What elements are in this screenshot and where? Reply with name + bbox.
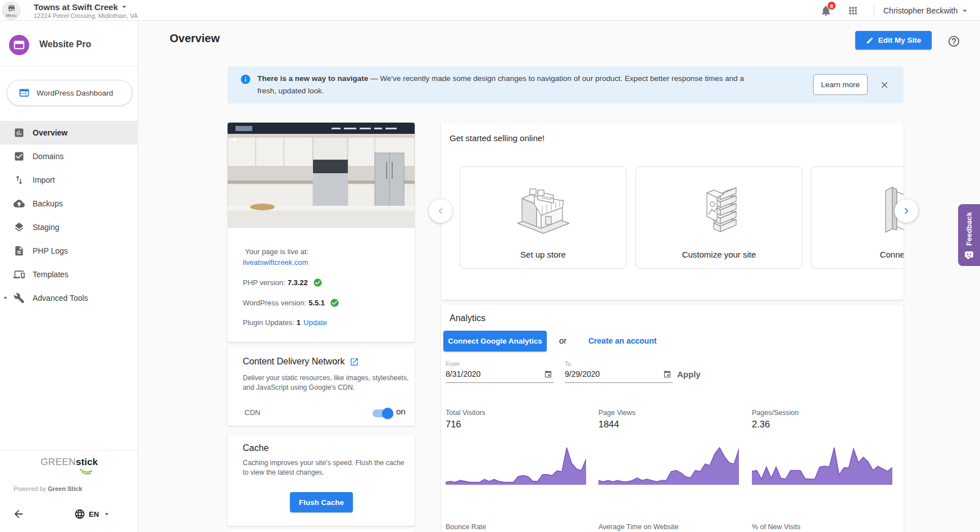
from-date-field[interactable]: From 8/31/2020 — [446, 360, 553, 383]
sidebar-item-advanced-tools[interactable]: ▸ Advanced Tools — [0, 286, 138, 310]
site-preview-image[interactable]: ✱ — [228, 123, 415, 228]
site-layers-illustration — [636, 175, 802, 241]
devices-icon — [13, 269, 25, 280]
cache-card: Cache Caching improves your site's speed… — [228, 435, 415, 526]
apps-grid-icon — [847, 5, 859, 16]
card-label: Connec — [811, 250, 904, 259]
topbar-divider — [874, 4, 874, 17]
info-banner: There is a new way to navigate — We've r… — [228, 66, 904, 103]
expand-arrow-icon[interactable]: ▸ — [4, 294, 7, 300]
logo-text-green: GREEN — [40, 457, 76, 467]
card-label: Customize your site — [636, 250, 802, 259]
sidebar-item-staging[interactable]: Staging — [0, 215, 138, 239]
website-pro-logo — [9, 35, 29, 55]
next-card-edge — [228, 529, 415, 532]
card-customize-your-site[interactable]: Customize your site — [636, 166, 802, 269]
create-account-link[interactable]: Create an account — [588, 336, 656, 345]
stat-label-page-views: Page Views — [598, 409, 636, 417]
to-label: To — [565, 360, 673, 367]
menu-button[interactable]: Menu — [2, 1, 21, 20]
close-icon[interactable] — [879, 80, 890, 90]
language-selector[interactable]: EN — [74, 508, 111, 520]
site-url-link[interactable]: liveatswiftcreek.com — [243, 258, 308, 267]
php-label: PHP version: — [243, 278, 285, 287]
cdn-toggle[interactable] — [373, 409, 392, 417]
menu-label: Menu — [6, 13, 17, 18]
or-text: or — [559, 336, 566, 345]
help-button[interactable] — [947, 35, 960, 48]
card-set-up-store[interactable]: SHOP Set up store — [460, 166, 627, 269]
wordpress-dashboard-button[interactable]: WordPress Dashboard — [7, 80, 133, 106]
calendar-icon[interactable] — [544, 370, 552, 378]
account-name: Towns at Swift Creek — [34, 2, 118, 12]
live-url-row: liveatswiftcreek.com — [243, 258, 308, 267]
layers-icon — [13, 222, 25, 233]
cloud-upload-icon — [13, 198, 25, 209]
globe-icon — [74, 508, 85, 520]
sidebar-item-label: PHP Logs — [33, 246, 68, 255]
back-arrow-button[interactable] — [12, 508, 25, 520]
sidebar-item-php-logs[interactable]: PHP Logs — [0, 239, 138, 263]
selling-title: Get started selling online! — [450, 133, 545, 143]
wordpress-dashboard-label: WordPress Dashboard — [37, 89, 113, 97]
dashboard-icon — [19, 87, 30, 98]
flush-cache-button[interactable]: Flush Cache — [290, 492, 353, 512]
storefront-icon — [7, 4, 16, 12]
plugin-update-link[interactable]: Update — [303, 318, 327, 327]
connect-google-analytics-button[interactable]: Connect Google Analytics — [443, 331, 547, 351]
php-version-row: PHP version:7.3.22 — [243, 278, 323, 287]
chat-bot-icon — [964, 250, 974, 259]
card-label: Set up store — [460, 250, 626, 259]
feedback-tab[interactable]: Feedback — [958, 204, 980, 266]
cache-title: Cache — [243, 443, 269, 453]
sidebar-item-label: Staging — [33, 223, 59, 232]
learn-more-button[interactable]: Learn more — [813, 74, 868, 95]
calendar-icon[interactable] — [663, 370, 672, 378]
cdn-title: Content Delivery Network — [243, 357, 344, 367]
chevron-down-icon — [102, 510, 111, 519]
apps-grid-button[interactable] — [847, 5, 859, 16]
edit-my-site-button[interactable]: Edit My Site — [855, 31, 932, 49]
to-value: 9/29/2020 — [565, 369, 673, 378]
from-label: From — [446, 360, 553, 367]
sidebar-item-label: Overview — [33, 128, 67, 137]
apply-button[interactable]: Apply — [677, 369, 701, 379]
chevron-down-icon — [119, 2, 129, 12]
user-menu[interactable]: Christopher Beckwith — [883, 0, 970, 21]
toggle-knob — [382, 408, 393, 419]
sidebar-item-domains[interactable]: Domains — [0, 145, 138, 168]
banner-text: There is a new way to navigate — We've r… — [257, 73, 752, 97]
document-icon — [13, 245, 25, 256]
stat-value-total-visitors: 716 — [446, 419, 461, 430]
php-version-value: 7.3.22 — [288, 278, 308, 287]
analytics-title: Analytics — [450, 313, 486, 323]
to-date-field[interactable]: To 9/29/2020 — [565, 360, 673, 383]
import-export-icon — [13, 174, 25, 186]
pages-session-chart — [752, 444, 892, 485]
card-connect[interactable]: Connec — [811, 166, 904, 269]
carousel-next-button[interactable] — [895, 199, 918, 223]
svg-text:✱: ✱ — [232, 137, 237, 143]
cache-description: Caching improves your site's speed. Flus… — [243, 458, 407, 477]
stat-label-bounce-rate: Bounce Rate — [446, 523, 486, 531]
sidebar-item-templates[interactable]: Templates — [0, 263, 138, 286]
website-pro-dashboard: Menu Towns at Swift Creek 12224 Petrel C… — [0, 0, 980, 532]
green-squiggle — [78, 468, 94, 475]
account-switcher[interactable]: Towns at Swift Creek 12224 Petrel Crossi… — [34, 2, 138, 19]
plugin-label: Plugin Updates: — [243, 318, 294, 327]
sidebar-item-import[interactable]: Import — [0, 168, 138, 192]
stat-label-pages-session: Pages/Session — [752, 409, 798, 417]
open-in-new-icon[interactable] — [350, 357, 359, 367]
stat-value-pages-session: 2.36 — [752, 419, 770, 430]
sidebar: Website Pro WordPress Dashboard Overview… — [0, 21, 138, 532]
chevron-left-icon — [434, 205, 447, 217]
plugin-updates-row: Plugin Updates:1 Update — [243, 318, 327, 327]
sidebar-item-overview[interactable]: Overview — [0, 121, 138, 145]
carousel-prev-button[interactable] — [429, 199, 452, 223]
sidebar-item-label: Backups — [33, 199, 63, 208]
storefront-illustration: SHOP — [460, 175, 626, 241]
feedback-label: Feedback — [958, 209, 980, 249]
sidebar-item-backups[interactable]: Backups — [0, 192, 138, 215]
analytics-panel: Analytics Connect Google Analytics or Cr… — [441, 305, 904, 532]
edit-my-site-label: Edit My Site — [878, 36, 922, 44]
